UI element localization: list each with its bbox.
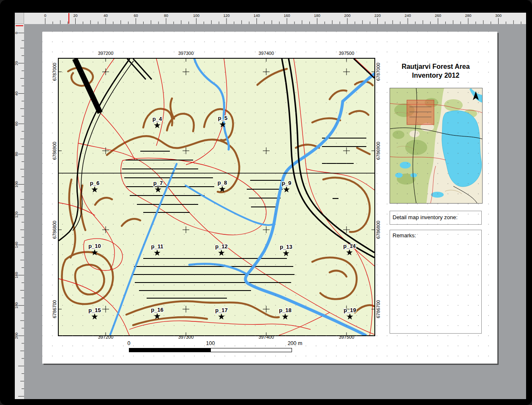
grid-label-left: 6787000 bbox=[52, 63, 57, 81]
inventory-zone-highlight bbox=[407, 100, 434, 125]
grid-label-bottom: 397500 bbox=[339, 334, 355, 340]
ruler-label: 60 bbox=[134, 14, 138, 18]
remarks-item[interactable]: Remarks: bbox=[390, 230, 482, 334]
scalebar-segment-filled bbox=[129, 348, 211, 352]
point-label: p_9 bbox=[282, 180, 291, 186]
ruler-label: 20 bbox=[73, 14, 77, 18]
ruler-label: 200 bbox=[344, 14, 350, 18]
ruler-label: 0 bbox=[15, 32, 19, 34]
point-label: p_12 bbox=[215, 243, 228, 250]
ruler-label: 180 bbox=[15, 302, 19, 309]
ruler-label: 100 bbox=[15, 181, 19, 188]
ruler-label: 160 bbox=[15, 272, 19, 278]
grid-label-top: 397400 bbox=[259, 51, 274, 56]
map-item[interactable]: p_4p_5p_6p_7p_8p_9p_10p_11p_12p_13p_14p_… bbox=[58, 58, 375, 336]
grid-label-top: 397300 bbox=[178, 51, 194, 56]
scalebar-label-200m: 200 m bbox=[288, 340, 303, 346]
point-label: p_8 bbox=[218, 179, 227, 186]
grid-label-left: 6786800 bbox=[52, 221, 57, 239]
scalebar-label-100: 100 bbox=[206, 340, 215, 346]
ruler-label: 260 bbox=[435, 14, 441, 18]
layout-canvas[interactable]: p_4p_5p_6p_7p_8p_9p_10p_11p_12p_13p_14p_… bbox=[24, 24, 526, 399]
grid-label-top: 397200 bbox=[98, 51, 114, 56]
ruler-top[interactable]: 0204060801001201401601802002202402602803… bbox=[24, 13, 526, 24]
point-label: p_18 bbox=[279, 307, 292, 313]
grid-label-bottom: 397300 bbox=[178, 334, 194, 340]
title-line2: Inventory 2012 bbox=[390, 71, 482, 80]
ruler-label: 140 bbox=[15, 242, 19, 248]
ruler-label: 100 bbox=[193, 14, 199, 18]
grid-label-bottom: 397400 bbox=[259, 334, 274, 340]
scalebar-segment-empty bbox=[211, 348, 292, 352]
grid-label-left: 6786900 bbox=[52, 142, 57, 160]
ruler-top-ticks: 0204060801001201401601802002202402602803… bbox=[24, 13, 526, 24]
point-label: p_7 bbox=[153, 180, 163, 186]
map-title-item[interactable]: Rautjarvi Forest Area Inventory 2012 bbox=[390, 62, 482, 80]
title-line1: Rautjarvi Forest Area bbox=[390, 62, 482, 71]
ruler-left-ticks: 020406080100120140160180200 bbox=[15, 24, 24, 399]
ruler-label: 40 bbox=[15, 91, 19, 95]
detail-zone-label: Detail map inventory zone: bbox=[393, 214, 458, 220]
ruler-label: 160 bbox=[284, 14, 290, 18]
ruler-label: 120 bbox=[15, 212, 19, 218]
ruler-label: 80 bbox=[15, 152, 19, 156]
map-canvas: p_4p_5p_6p_7p_8p_9p_10p_11p_12p_13p_14p_… bbox=[59, 59, 374, 335]
point-label: p_14 bbox=[343, 243, 356, 249]
ruler-label: 60 bbox=[15, 122, 19, 126]
ruler-label: 80 bbox=[164, 14, 168, 18]
detail-zone-label-item[interactable]: Detail map inventory zone: bbox=[390, 211, 482, 225]
point-label: p_4 bbox=[153, 116, 162, 122]
point-label: p_11 bbox=[151, 243, 164, 250]
point-label: p_10 bbox=[88, 243, 101, 249]
ruler-label: 280 bbox=[465, 14, 471, 18]
grid-label-right: 6787000 bbox=[376, 63, 381, 81]
ruler-label: 120 bbox=[223, 14, 229, 18]
overview-map-item[interactable] bbox=[390, 88, 483, 204]
ruler-corner bbox=[15, 13, 24, 24]
grid-label-right: 6786700 bbox=[376, 300, 381, 318]
grid-label-top: 397500 bbox=[339, 51, 355, 56]
point-label: p_5 bbox=[218, 115, 227, 121]
point-label: p_19 bbox=[344, 307, 356, 313]
grid-label-right: 6786900 bbox=[376, 142, 381, 160]
ruler-label: 220 bbox=[374, 14, 381, 18]
remarks-label: Remarks: bbox=[393, 232, 416, 239]
point-label: p_16 bbox=[151, 307, 164, 313]
ruler-left[interactable]: 020406080100120140160180200 bbox=[15, 24, 24, 399]
ruler-label: 0 bbox=[44, 14, 46, 18]
qgis-layout-window: 0204060801001201401601802002202402602803… bbox=[0, 0, 532, 405]
point-label: p_15 bbox=[88, 307, 101, 313]
layout-page[interactable]: p_4p_5p_6p_7p_8p_9p_10p_11p_12p_13p_14p_… bbox=[42, 32, 497, 364]
point-label: p_6 bbox=[90, 180, 99, 186]
ruler-label: 240 bbox=[404, 14, 411, 18]
ruler-label: 180 bbox=[314, 14, 320, 18]
overview-map-canvas bbox=[390, 88, 482, 203]
ruler-label: 40 bbox=[104, 14, 108, 18]
ruler-label: 200 bbox=[15, 332, 19, 339]
scalebar-label-0: 0 bbox=[128, 340, 131, 346]
point-label: p_13 bbox=[280, 244, 292, 250]
scalebar-item[interactable] bbox=[129, 348, 292, 352]
ruler-label: 140 bbox=[254, 14, 260, 18]
grid-label-right: 6786800 bbox=[376, 221, 381, 239]
ruler-label: 300 bbox=[495, 14, 502, 18]
grid-label-left: 6786700 bbox=[52, 300, 57, 318]
ruler-label: 20 bbox=[15, 61, 19, 65]
point-label: p_17 bbox=[215, 307, 228, 313]
grid-label-bottom: 397200 bbox=[98, 334, 114, 340]
